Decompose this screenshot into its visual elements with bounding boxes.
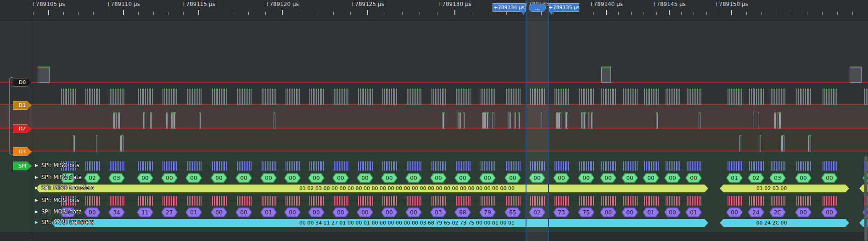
row-expand-arrow-icon[interactable]: ▶ [35, 175, 38, 179]
decoder-row-label[interactable]: SPI: MOSI transfers [41, 219, 94, 225]
row-expand-arrow-icon[interactable]: ▶ [35, 185, 38, 190]
decoder-row-label[interactable]: SPI: MISO bits [41, 162, 79, 168]
decoder-row-label[interactable]: SPI: MISO data [41, 174, 82, 180]
decoder-row-label[interactable]: SPI: MISO transfers [41, 185, 94, 191]
vertical-scrollbar[interactable] [864, 156, 868, 241]
decoder-row-label[interactable]: SPI: MOSI bits [41, 197, 79, 203]
logic-analyzer-trace-view: +789105 µs+789110 µs+789115 µs+789120 µs… [0, 0, 868, 241]
decoder-row-label[interactable]: SPI: MOSI data [41, 208, 82, 215]
row-expand-arrow-icon[interactable]: ▶ [35, 198, 38, 202]
row-expand-arrow-icon[interactable]: ▶ [35, 220, 38, 224]
row-expand-arrow-icon[interactable]: ▶ [35, 163, 38, 168]
row-expand-arrow-icon[interactable]: ▶ [35, 209, 38, 214]
